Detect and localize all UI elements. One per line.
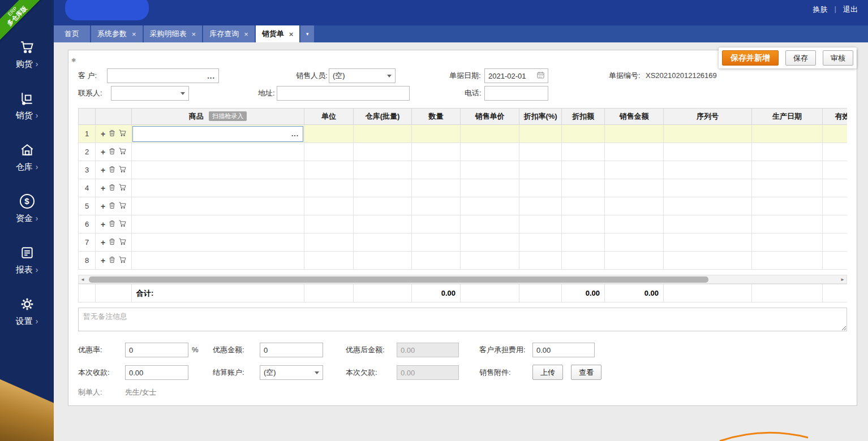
price-cell[interactable] [461,252,519,270]
remarks-textarea[interactable] [78,308,847,331]
horizontal-scrollbar[interactable]: ◄ ► [78,275,847,284]
warehouse-cell[interactable] [354,143,412,161]
unit-cell[interactable] [304,161,354,179]
unit-cell[interactable] [304,143,354,161]
customer-input[interactable] [111,72,205,80]
collapse-icon[interactable]: ✱ [71,57,76,63]
discount-rate-cell[interactable] [519,197,562,215]
calendar-icon[interactable] [537,71,544,80]
qty-cell[interactable] [412,143,461,161]
cart-row-icon[interactable] [119,202,126,210]
discount-amount-cell[interactable] [562,161,605,179]
price-cell[interactable] [461,234,519,252]
scroll-left-icon[interactable]: ◄ [80,276,85,283]
qty-cell[interactable] [412,215,461,234]
add-row-icon[interactable]: + [101,131,105,137]
expiry-cell[interactable] [823,215,848,234]
prod-date-cell[interactable] [752,161,823,179]
add-row-icon[interactable]: + [101,203,105,210]
amount-cell[interactable] [605,197,664,215]
add-row-icon[interactable]: + [101,149,105,155]
customer-fee-input[interactable] [536,346,591,354]
serial-cell[interactable] [664,215,752,234]
view-button[interactable]: 查看 [571,365,601,380]
unit-cell[interactable] [304,215,354,234]
warehouse-cell[interactable] [354,125,412,143]
warehouse-cell[interactable] [354,197,412,215]
received-input[interactable] [129,369,184,377]
product-cell[interactable] [132,161,304,179]
product-cell[interactable] [132,143,304,161]
price-cell[interactable] [461,215,519,234]
received-field[interactable] [125,365,188,380]
phone-input[interactable] [488,89,544,98]
customer-fee-field[interactable] [532,343,595,357]
serial-cell[interactable] [664,179,752,197]
sidebar-item-sales[interactable]: 销货› [0,80,54,131]
discount-rate-cell[interactable] [519,125,562,143]
tab-purchase-detail[interactable]: 采购明细表× [144,25,203,42]
change-skin-link[interactable]: 换肤 [813,5,828,15]
sidebar-item-settings[interactable]: 设置› [0,286,54,337]
sidebar-item-funds[interactable]: $ 资金› [0,183,54,234]
product-cell[interactable]: ... [132,125,304,143]
discount-rate-cell[interactable] [519,143,562,161]
discount-rate-cell[interactable] [519,179,562,197]
discount-rate-cell[interactable] [519,215,562,234]
serial-cell[interactable] [664,143,752,161]
prod-date-cell[interactable] [752,215,823,234]
address-input[interactable] [281,89,406,98]
expiry-cell[interactable] [823,125,848,143]
cart-row-icon[interactable] [119,129,126,138]
cart-row-icon[interactable] [119,256,126,265]
logout-link[interactable]: 退出 [843,5,858,15]
customer-field[interactable]: ... [107,68,219,83]
amount-cell[interactable] [605,161,664,179]
expiry-cell[interactable] [823,161,848,179]
close-icon[interactable]: × [289,30,294,38]
product-cell[interactable] [132,179,304,197]
phone-field[interactable] [484,86,548,101]
serial-cell[interactable] [664,125,752,143]
delete-row-icon[interactable] [109,220,115,229]
delete-row-icon[interactable] [109,148,115,157]
warehouse-cell[interactable] [354,252,412,270]
delete-row-icon[interactable] [109,238,115,247]
price-cell[interactable] [461,179,519,197]
add-row-icon[interactable]: + [101,167,105,174]
discount-rate-cell[interactable] [519,252,562,270]
sidebar-item-purchase[interactable]: 购货› [0,28,54,80]
amount-cell[interactable] [605,143,664,161]
account-select[interactable]: (空) [260,365,323,380]
close-icon[interactable]: × [132,30,136,38]
sidebar-item-warehouse[interactable]: 仓库› [0,131,54,183]
discount-rate-input[interactable] [129,346,184,354]
expiry-cell[interactable] [823,252,848,270]
cart-row-icon[interactable] [119,166,126,174]
discount-amount-cell[interactable] [562,125,605,143]
upload-button[interactable]: 上传 [532,365,563,380]
delete-row-icon[interactable] [109,184,115,193]
delete-row-icon[interactable] [109,129,115,139]
expiry-cell[interactable] [823,143,848,161]
add-row-icon[interactable]: + [101,185,105,192]
cart-row-icon[interactable] [119,220,126,228]
salesperson-select[interactable]: (空) [329,68,396,83]
warehouse-cell[interactable] [354,234,412,252]
cart-row-icon[interactable] [119,184,126,192]
expiry-cell[interactable] [823,234,848,252]
amount-cell[interactable] [605,252,664,270]
tab-stock-query[interactable]: 库存查询× [203,25,255,42]
unit-cell[interactable] [304,179,354,197]
unit-cell[interactable] [304,125,354,143]
unit-cell[interactable] [304,197,354,215]
cart-row-icon[interactable] [119,148,126,156]
date-field[interactable] [484,68,548,83]
tab-list-dropdown[interactable]: ▾ [300,25,314,42]
scan-gun-entry-badge[interactable]: 扫描枪录入 [209,111,247,121]
unit-cell[interactable] [304,252,354,270]
price-cell[interactable] [461,197,519,215]
price-cell[interactable] [461,143,519,161]
serial-cell[interactable] [664,197,752,215]
prod-date-cell[interactable] [752,179,823,197]
